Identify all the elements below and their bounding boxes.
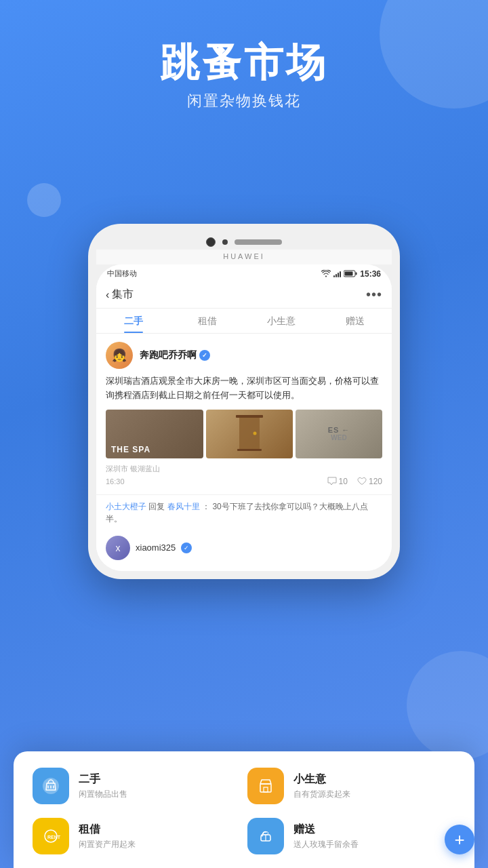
signal-icon bbox=[333, 271, 341, 277]
tabs-bar: 二手 租借 小生意 赠送 bbox=[96, 309, 392, 334]
smallbiz-text: 小生意 自有货源卖起来 bbox=[293, 772, 350, 800]
smallbiz-subtitle: 自有货源卖起来 bbox=[293, 789, 350, 800]
status-bar: 中国移动 bbox=[96, 264, 392, 281]
tab-secondhand[interactable]: 二手 bbox=[96, 309, 170, 333]
carrier-label: 中国移动 bbox=[107, 269, 137, 279]
tab-smallbiz[interactable]: 小生意 bbox=[244, 309, 318, 333]
camera-dot bbox=[222, 239, 228, 245]
bg-decoration-left bbox=[27, 183, 61, 217]
rental-icon: RENT bbox=[33, 818, 69, 854]
status-right: 15:36 bbox=[321, 269, 381, 279]
svg-rect-1 bbox=[356, 273, 357, 275]
like-action[interactable]: 120 bbox=[357, 477, 382, 486]
wed-label: ES ← bbox=[328, 426, 350, 434]
nav-more-button[interactable]: ••• bbox=[366, 287, 382, 302]
svg-rect-6 bbox=[237, 449, 262, 451]
post-header: 👧 奔跑吧乔乔啊 ✓ bbox=[106, 342, 382, 369]
wifi-icon bbox=[321, 270, 331, 277]
post-actions: 10 120 bbox=[327, 477, 382, 486]
post-location: 深圳市 银湖蓝山 bbox=[106, 464, 382, 474]
shop-icon bbox=[256, 776, 275, 795]
card-item-rental[interactable]: RENT 租借 闲置资产用起来 bbox=[33, 818, 241, 854]
avatar-image: 👧 bbox=[112, 348, 127, 363]
tab-gift[interactable]: 赠送 bbox=[318, 309, 392, 333]
bg-decoration-bottom bbox=[407, 651, 488, 760]
tab-rental[interactable]: 租借 bbox=[170, 309, 244, 333]
gift-subtitle: 送人玫瑰手留余香 bbox=[293, 839, 359, 850]
fab-button[interactable]: + bbox=[445, 825, 474, 854]
app-subtitle: 闲置杂物换钱花 bbox=[0, 91, 488, 111]
post-image-grid: THE SPA ES ← WED bbox=[106, 410, 382, 458]
app-nav: ‹ 集市 ••• bbox=[96, 281, 392, 309]
gift-title: 赠送 bbox=[293, 823, 359, 837]
speaker-grill bbox=[235, 239, 282, 245]
gift-hands-icon bbox=[256, 827, 275, 846]
rental-text: 租借 闲置资产用起来 bbox=[79, 823, 136, 850]
bottom-content: x xiaomi325 ✓ bbox=[96, 530, 392, 571]
header-area: 跳蚤市场 闲置杂物换钱花 bbox=[0, 0, 488, 132]
reply-user[interactable]: 小土大橙子 bbox=[106, 502, 146, 511]
status-time: 15:36 bbox=[360, 269, 381, 279]
post-image-wed[interactable]: ES ← WED bbox=[296, 410, 382, 458]
post-text: 深圳瑞吉酒店观景全市大床房一晚，深圳市区可当面交易，价格可以查询携程酒店到截止日… bbox=[106, 374, 382, 403]
post-username: 奔跑吧乔乔啊 ✓ bbox=[140, 349, 210, 361]
phone-brand: HUAWEI bbox=[96, 250, 392, 264]
bottom-verified-badge: ✓ bbox=[181, 542, 192, 553]
bottom-user-row: x xiaomi325 ✓ bbox=[106, 536, 382, 560]
post-footer: 16:30 10 bbox=[106, 477, 382, 486]
svg-rect-4 bbox=[236, 415, 263, 418]
post-time: 16:30 bbox=[106, 477, 125, 486]
post-image-spa[interactable]: THE SPA bbox=[106, 410, 203, 458]
wed-sublabel: WED bbox=[328, 434, 350, 441]
secondhand-subtitle: 闲置物品出售 bbox=[79, 789, 127, 800]
nav-back-label: 集市 bbox=[112, 288, 134, 302]
rent-icon: RENT bbox=[41, 827, 60, 846]
camera-lens bbox=[206, 237, 216, 247]
reply-separator: ： bbox=[202, 502, 210, 511]
phone-mockup: HUAWEI 中国移动 bbox=[88, 224, 400, 579]
svg-text:RENT: RENT bbox=[47, 835, 60, 840]
comment-action[interactable]: 10 bbox=[327, 477, 348, 486]
gift-text: 赠送 送人玫瑰手留余香 bbox=[293, 823, 359, 850]
card-item-smallbiz[interactable]: 小生意 自有货源卖起来 bbox=[247, 768, 455, 804]
smallbiz-icon bbox=[247, 768, 284, 804]
svg-rect-2 bbox=[345, 272, 353, 276]
reply-area: 小土大橙子 回复 春风十里 ： 30号下班了去找你拿可以吗？大概晚上八点半。 bbox=[96, 494, 392, 530]
phone-outer: HUAWEI 中国移动 bbox=[88, 224, 400, 579]
battery-icon bbox=[344, 270, 357, 277]
bottom-avatar: x bbox=[106, 536, 130, 560]
svg-rect-13 bbox=[264, 787, 268, 792]
comment-icon bbox=[327, 477, 337, 486]
svg-point-5 bbox=[253, 431, 257, 435]
reply-to[interactable]: 春风十里 bbox=[167, 502, 200, 511]
verified-badge: ✓ bbox=[199, 350, 210, 361]
post-image-door[interactable] bbox=[206, 410, 293, 458]
card-grid: 二手 闲置物品出售 小生意 自有货源卖起来 bbox=[33, 768, 455, 854]
spa-text-label: THE SPA bbox=[111, 445, 150, 454]
chevron-left-icon: ‹ bbox=[106, 289, 109, 301]
nav-back-button[interactable]: ‹ 集市 bbox=[106, 288, 134, 302]
rental-title: 租借 bbox=[79, 823, 136, 837]
card-item-gift[interactable]: 赠送 送人玫瑰手留余香 bbox=[247, 818, 455, 854]
like-icon bbox=[357, 477, 367, 486]
shopping-basket-icon bbox=[41, 776, 60, 795]
card-item-secondhand[interactable]: 二手 闲置物品出售 bbox=[33, 768, 241, 804]
secondhand-text: 二手 闲置物品出售 bbox=[79, 772, 127, 800]
reply-prefix: 回复 bbox=[148, 502, 167, 511]
secondhand-icon bbox=[33, 768, 69, 804]
post-item: 👧 奔跑吧乔乔啊 ✓ 深圳瑞吉酒店观景全市大床房一晚，深圳市区可当面交易，价格可… bbox=[96, 334, 392, 494]
gift-icon bbox=[247, 818, 284, 854]
door-icon bbox=[229, 410, 270, 458]
bottom-card: 二手 闲置物品出售 小生意 自有货源卖起来 bbox=[14, 751, 474, 868]
avatar: 👧 bbox=[106, 342, 133, 369]
smallbiz-title: 小生意 bbox=[293, 772, 350, 787]
svg-rect-11 bbox=[260, 784, 271, 792]
phone-screen: 中国移动 bbox=[96, 264, 392, 571]
bottom-username: xiaomi325 bbox=[136, 542, 176, 553]
secondhand-title: 二手 bbox=[79, 772, 127, 787]
app-title: 跳蚤市场 bbox=[0, 41, 488, 84]
rental-subtitle: 闲置资产用起来 bbox=[79, 839, 136, 850]
